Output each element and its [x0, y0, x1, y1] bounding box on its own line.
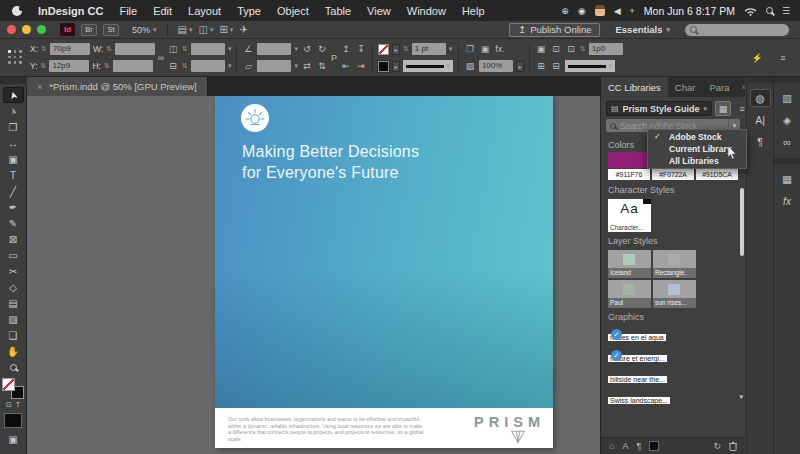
document-tab[interactable]: × *Prism.indd @ 50% [GPU Preview] [27, 77, 208, 96]
stroke-swatch-flyout[interactable]: ▸ [392, 44, 400, 55]
reference-point-proxy[interactable] [8, 50, 23, 65]
pages-panel-icon[interactable]: ▥ [777, 89, 798, 107]
tab-character[interactable]: Char [668, 77, 703, 97]
tab-paragraph[interactable]: Para [702, 77, 736, 97]
color-swatch-magenta[interactable] [608, 152, 650, 168]
gradient-swatch-tool[interactable]: ▤ [3, 295, 24, 311]
fit-content-icon[interactable]: ⊡ [550, 44, 562, 54]
height-field[interactable] [113, 60, 153, 72]
shear-angle-field[interactable] [257, 60, 291, 72]
screen-mode-button[interactable]: ◫▾ [199, 24, 214, 35]
fill-stroke-control[interactable] [2, 378, 24, 399]
add-character-style-icon[interactable]: A [622, 441, 628, 451]
formatting-affects-text-icon[interactable]: T [16, 401, 20, 409]
effects-icon[interactable]: fx. [494, 44, 506, 54]
gap-stepper[interactable]: ⇅ [580, 45, 586, 53]
add-paragraph-style-icon[interactable]: ¶ [636, 441, 641, 451]
menu-table[interactable]: Table [317, 5, 359, 17]
grid-view-button[interactable]: ▦ [715, 101, 731, 116]
rectangle-frame-tool[interactable]: ⊠ [3, 231, 24, 247]
control-center-icon[interactable]: ☰ [782, 6, 790, 16]
view-options-button[interactable]: ▤▾ [178, 24, 193, 35]
screen-mode-toggle[interactable]: ▣ [8, 434, 17, 445]
publish-online-button[interactable]: ↥Publish Online [509, 23, 600, 37]
rotate-ccw-icon[interactable]: ↺ [301, 44, 313, 54]
free-transform-tool[interactable]: ◇ [3, 279, 24, 295]
add-fill-color-swatch[interactable] [649, 441, 659, 451]
dock-grip[interactable] [774, 77, 800, 83]
gap-style-dropdown[interactable]: ▾ [565, 60, 615, 72]
zoom-tool[interactable] [3, 359, 24, 375]
scale-x-field[interactable] [191, 43, 225, 55]
fill-frame-icon[interactable]: ▣ [535, 44, 547, 54]
gap-field[interactable] [589, 43, 623, 55]
tab-cc-libraries[interactable]: CC Libraries [601, 77, 668, 97]
x-stepper[interactable]: ⇅ [41, 45, 47, 53]
fill-color-swatch[interactable] [378, 61, 389, 72]
layers-panel-icon[interactable]: ◈ [777, 111, 798, 129]
character-panel-icon[interactable]: A| [750, 111, 771, 129]
app-search-field[interactable] [685, 24, 789, 36]
formatting-affects-container-icon[interactable]: ⊡ [6, 401, 12, 409]
h-stepper[interactable]: ⇅ [104, 62, 110, 70]
fill-proxy-swatch[interactable] [2, 378, 15, 391]
bridge-button[interactable]: Br [81, 24, 97, 36]
stock-button[interactable]: St [103, 24, 119, 36]
layer-style-tile[interactable]: Paul [608, 280, 651, 308]
opacity-flyout[interactable]: ▸ [516, 61, 524, 72]
fit-frame-icon[interactable]: ⊟ [550, 61, 562, 71]
workspace-switcher[interactable]: Essentials▾ [615, 24, 670, 35]
menu-file[interactable]: File [111, 5, 145, 17]
effects-panel-icon[interactable]: fx [777, 192, 798, 210]
gap-tool[interactable]: ↔ [3, 135, 24, 151]
menu-help[interactable]: Help [454, 5, 493, 17]
rectangle-tool[interactable]: ▭ [3, 247, 24, 263]
pen-tool[interactable]: ✒ [3, 199, 24, 215]
layer-style-tile[interactable]: Rectangle. [653, 250, 696, 278]
cc-libraries-panel-icon[interactable]: ◍ [750, 89, 771, 107]
speaker-icon[interactable]: ◀ [614, 6, 621, 16]
stroke-weight-field[interactable] [412, 43, 446, 55]
layer-style-tile[interactable]: Iceland [608, 250, 651, 278]
user-avatar[interactable] [595, 5, 605, 16]
camera-icon[interactable]: ◉ [578, 6, 586, 16]
corner-options-icon[interactable]: ❐ [464, 44, 476, 54]
tab-overflow-icon[interactable]: » [741, 82, 745, 92]
width-field[interactable] [115, 43, 155, 55]
character-style-tile[interactable]: Aa Character... [608, 199, 651, 232]
type-tool[interactable]: T [3, 167, 24, 183]
poster-gradient-frame[interactable]: Making Better Decisions for Everyone's F… [215, 96, 553, 408]
close-tab-icon[interactable]: × [37, 82, 42, 92]
gradient-feather-tool[interactable]: ▨ [3, 311, 24, 327]
rotation-angle-field[interactable] [257, 43, 291, 55]
menu-view[interactable]: View [359, 5, 399, 17]
menu-app-name[interactable]: InDesign CC [30, 5, 111, 17]
menu-layout[interactable]: Layout [180, 5, 229, 17]
menu-type[interactable]: Type [229, 5, 269, 17]
line-tool[interactable]: ╱ [3, 183, 24, 199]
graphic-thumb[interactable]: hillside near the... [608, 368, 672, 386]
align-bottom-icon[interactable]: ↧ [355, 44, 367, 54]
spotlight-icon[interactable] [766, 7, 773, 14]
close-window-button[interactable] [7, 25, 16, 34]
menu-clock[interactable]: Mon Jun 6 8:17 PM [644, 5, 735, 17]
panel-scrollbar[interactable] [740, 188, 744, 256]
sync-status-icon[interactable]: ↻ [713, 441, 721, 451]
pasteboard[interactable]: Making Better Decisions for Everyone's F… [27, 96, 600, 454]
apply-color-button[interactable] [4, 413, 22, 428]
note-tool[interactable]: ❑ [3, 327, 24, 343]
maximize-window-button[interactable] [37, 25, 46, 34]
dock-grip[interactable] [747, 77, 773, 83]
paragraph-panel-icon[interactable]: ¶ [750, 133, 771, 151]
crosshair-icon[interactable]: + [630, 6, 635, 16]
rotate-cw-icon[interactable]: ↻ [316, 44, 328, 54]
quick-apply-bolt-icon[interactable]: ⚡ [751, 53, 763, 63]
menu-edit[interactable]: Edit [145, 5, 180, 17]
corner-shape-icon[interactable]: ▣ [479, 44, 491, 54]
flip-horizontal-icon[interactable]: ⇄ [301, 61, 313, 71]
direct-selection-tool[interactable]: ➢ [3, 103, 24, 119]
list-view-button[interactable]: ≡ [734, 101, 745, 116]
distribute-right-icon[interactable]: ⇥ [355, 61, 367, 71]
document-page[interactable]: Making Better Decisions for Everyone's F… [215, 96, 553, 448]
globe-icon[interactable]: ⊕ [561, 6, 569, 16]
